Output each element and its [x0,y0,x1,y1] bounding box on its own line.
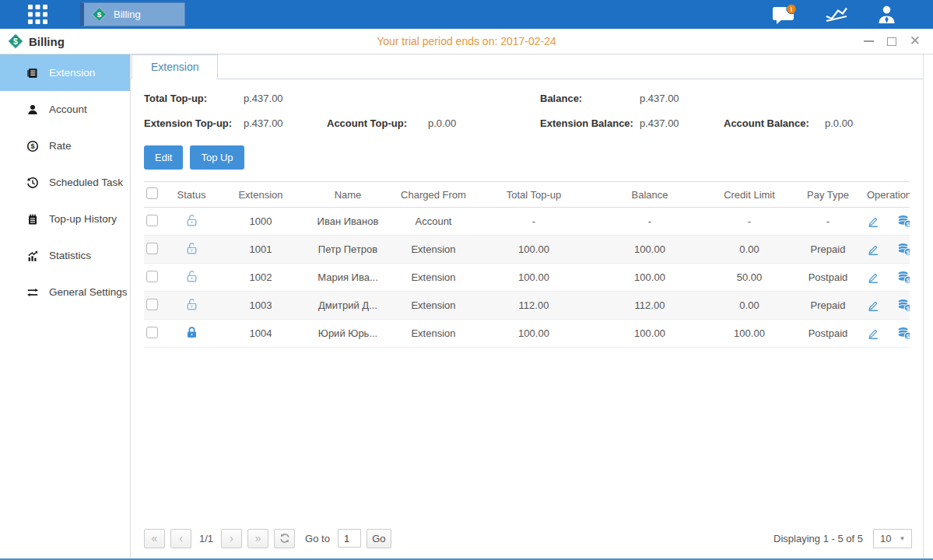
user-icon[interactable] [876,4,897,25]
prev-page-button[interactable]: ‹ [170,529,191,548]
refresh-button[interactable] [274,529,295,548]
topup-icon[interactable]: $ [897,327,910,340]
edit-icon[interactable] [867,215,879,228]
topup-icon[interactable]: $ [897,215,910,228]
goto-label: Go to [305,533,330,544]
topup-icon[interactable]: $ [897,243,910,256]
person-icon [26,103,39,116]
sidebar-item-label: Scheduled Task [49,177,123,188]
lock-open-icon[interactable] [185,214,198,227]
svg-text:$: $ [30,142,34,150]
cell-credit-limit: 100.00 [709,320,790,348]
cell-extension: 1003 [216,292,306,320]
topup-icon[interactable]: $ [897,271,910,284]
cell-extension: 1002 [216,264,306,292]
cell-name: Мария Ива... [306,264,390,292]
edit-icon[interactable] [867,299,879,312]
close-icon[interactable]: ✕ [910,37,921,46]
content-panel: Extension Total Top-up: p.437.00 Balance… [131,54,924,558]
row-checkbox[interactable] [146,243,158,254]
top-up-button[interactable]: Top Up [190,145,244,170]
cell-balance: - [591,208,709,236]
sidebar-item-extension[interactable]: Extension [0,54,130,91]
goto-page-input[interactable] [338,529,361,548]
extension-balance-value: p.437.00 [640,117,724,129]
select-all-checkbox[interactable] [146,187,158,199]
reports-icon[interactable] [825,5,848,24]
cell-pay-type: Postpaid [790,264,866,292]
col-credit-limit: Credit Limit [709,182,790,208]
dollar-circle-icon: $ [26,140,39,152]
cell-balance: 100.00 [591,264,709,292]
cell-balance: 112.00 [591,292,709,320]
table-row[interactable]: 1004 Юрий Юрь... Extension 100.00 100.00… [144,320,910,348]
page-size-select[interactable]: 10 ▼ [873,529,912,548]
maximize-icon[interactable] [887,37,896,46]
col-extension: Extension [216,182,306,208]
topup-icon[interactable]: $ [897,299,910,312]
account-balance-value: p.0.00 [825,117,923,129]
apps-grid-icon[interactable] [28,5,47,24]
sidebar: Extension Account $ Rate [0,54,131,558]
balance-value: p.437.00 [640,93,724,104]
lock-open-icon[interactable] [185,270,198,283]
cell-credit-limit: 0.00 [709,292,790,320]
col-status: Status [167,182,216,208]
page-indicator: 1/1 [199,533,213,544]
row-checkbox[interactable] [146,271,158,282]
col-total-topup: Total Top-up [477,182,591,208]
row-checkbox[interactable] [146,215,158,226]
sidebar-item-general-settings[interactable]: General Settings [0,274,130,310]
ledger-icon [26,67,39,79]
table-row[interactable]: 1002 Мария Ива... Extension 100.00 100.0… [144,264,910,292]
svg-text:$: $ [907,250,910,256]
sidebar-item-rate[interactable]: $ Rate [0,128,130,164]
col-balance: Balance [591,182,709,208]
last-page-button[interactable]: » [247,529,268,548]
tabstrip: Extension [131,54,923,79]
pagination-bar: « ‹ 1/1 › » Go to Go Displaying 1 - 5 of… [144,528,912,548]
app-tab-billing[interactable]: $ Billing [80,2,185,26]
sidebar-item-statistics[interactable]: Statistics [0,237,130,274]
cell-balance: 100.00 [591,236,709,264]
tab-extension[interactable]: Extension [132,54,218,79]
table-row[interactable]: 1003 Дмитрий Д... Extension 112.00 112.0… [144,292,910,320]
cell-extension: 1000 [216,208,306,236]
statistics-chart-icon [26,250,39,262]
edit-icon[interactable] [867,327,879,340]
lock-open-icon[interactable] [185,298,198,311]
sidebar-item-account[interactable]: Account [0,91,130,128]
cell-credit-limit: 50.00 [709,264,790,292]
sidebar-item-label: Account [49,103,87,115]
account-topup-value: p.0.00 [428,117,540,129]
first-page-button[interactable]: « [144,529,165,548]
row-checkbox[interactable] [146,327,158,338]
history-clock-icon [26,177,39,189]
row-checkbox[interactable] [146,299,158,310]
svg-text:!: ! [791,5,793,12]
table-row[interactable]: 1001 Петр Петров Extension 100.00 100.00… [144,236,910,264]
messages-icon[interactable]: ! [772,4,797,26]
cell-extension: 1001 [216,236,306,264]
sidebar-item-scheduled-task[interactable]: Scheduled Task [0,164,130,201]
cell-charged-from: Extension [390,236,477,264]
billing-diamond-icon: $ [8,33,23,49]
edit-button[interactable]: Edit [144,145,183,170]
cell-pay-type: Prepaid [790,292,866,320]
edit-icon[interactable] [867,271,879,284]
cell-pay-type: Postpaid [790,320,866,348]
edit-icon[interactable] [867,243,879,256]
go-button[interactable]: Go [367,529,391,548]
sidebar-item-topup-history[interactable]: Top-up History [0,201,130,237]
col-pay-type: Pay Type [790,182,866,208]
minimize-icon[interactable] [864,40,874,42]
extension-balance-label: Extension Balance: [540,117,640,129]
cell-credit-limit: 0.00 [709,236,790,264]
lock-open-icon[interactable] [185,242,198,255]
lock-closed-icon[interactable] [185,326,198,339]
displaying-count: Displaying 1 - 5 of 5 [773,533,863,544]
next-page-button[interactable]: › [221,529,242,548]
cell-charged-from: Extension [390,320,477,348]
table-row[interactable]: 1000 Иван Иванов Account - - - - [144,208,910,236]
cell-credit-limit: - [709,208,790,236]
